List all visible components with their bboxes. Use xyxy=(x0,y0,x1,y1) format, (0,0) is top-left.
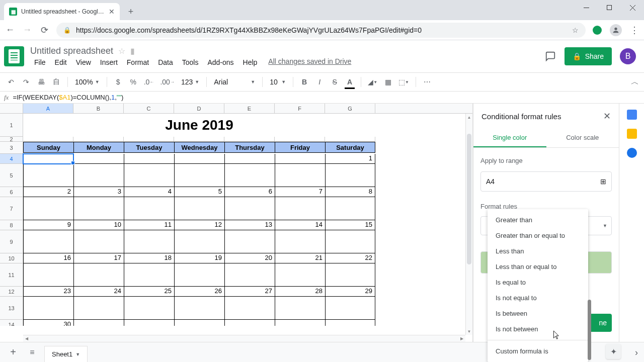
dropdown-item[interactable]: Greater than xyxy=(488,212,588,228)
cell[interactable]: 21 xyxy=(275,253,325,263)
redo-icon[interactable]: ↷ xyxy=(20,75,32,88)
account-avatar[interactable]: B xyxy=(620,48,636,64)
paint-format-icon[interactable]: ⾃ xyxy=(50,75,62,88)
fill-color-icon[interactable]: ◢▼ xyxy=(366,75,379,88)
star-icon[interactable]: ☆ xyxy=(572,26,579,34)
menu-insert[interactable]: Insert xyxy=(96,57,122,67)
column-header[interactable]: B xyxy=(73,104,124,113)
cell[interactable]: 8 xyxy=(325,187,375,197)
calendar-addon-icon[interactable] xyxy=(627,110,637,120)
spreadsheet-grid[interactable]: A B C D E F G 1 June 2019 2 3 Sunday Mon… xyxy=(0,104,473,342)
share-button[interactable]: 🔒 Share xyxy=(565,47,612,65)
cell[interactable] xyxy=(73,154,124,164)
collapse-toolbar-icon[interactable]: ︿ xyxy=(631,77,639,87)
cell[interactable]: 18 xyxy=(124,253,174,263)
row-header[interactable]: 14 xyxy=(0,320,23,326)
menu-file[interactable]: File xyxy=(30,57,50,67)
row-header[interactable]: 4 xyxy=(0,154,23,164)
cell[interactable]: 5 xyxy=(174,187,224,197)
cell[interactable]: 15 xyxy=(325,220,375,230)
comments-icon[interactable] xyxy=(544,50,556,62)
url-input[interactable]: 🔒 https://docs.google.com/spreadsheets/d… xyxy=(56,23,586,38)
print-icon[interactable]: 🖶 xyxy=(35,75,47,88)
back-button[interactable]: ← xyxy=(5,25,15,35)
row-header[interactable]: 6 xyxy=(0,187,23,197)
currency-icon[interactable]: $ xyxy=(112,75,124,88)
cell[interactable]: 20 xyxy=(224,253,275,263)
column-header[interactable]: E xyxy=(224,104,275,113)
row-header[interactable]: 10 xyxy=(0,253,23,263)
cell[interactable]: 6 xyxy=(224,187,275,197)
column-header[interactable]: A xyxy=(23,104,73,113)
add-sheet-button[interactable]: + xyxy=(6,345,20,359)
tasks-addon-icon[interactable] xyxy=(627,148,637,158)
formula-bar[interactable]: fx =IF(WEEKDAY($A1)=COLUMN(),1,"") xyxy=(0,92,644,104)
cell[interactable]: 17 xyxy=(73,253,124,263)
dropdown-item[interactable]: Less than or equal to xyxy=(488,259,588,275)
merge-cells-icon[interactable]: ⬚▼ xyxy=(397,75,411,88)
dropdown-scrollbar[interactable] xyxy=(588,300,591,360)
sheets-logo[interactable] xyxy=(4,46,24,66)
sheet-tab[interactable]: Sheet1 ▼ xyxy=(44,346,88,362)
menu-tools[interactable]: Tools xyxy=(178,57,203,67)
cell[interactable]: 22 xyxy=(325,253,375,263)
column-header[interactable]: G xyxy=(325,104,375,113)
row-header[interactable]: 13 xyxy=(0,297,23,320)
row-header[interactable]: 7 xyxy=(0,197,23,220)
cell[interactable]: 23 xyxy=(23,287,73,297)
cell[interactable]: 3 xyxy=(73,187,124,197)
more-toolbar-icon[interactable]: ⋯ xyxy=(421,75,433,88)
cell[interactable] xyxy=(224,154,275,164)
maximize-button[interactable] xyxy=(598,0,621,15)
row-header[interactable]: 3 xyxy=(0,142,23,154)
italic-icon[interactable]: I xyxy=(313,75,326,88)
more-formats-select[interactable]: 123▼ xyxy=(179,78,201,86)
cell[interactable]: 9 xyxy=(23,220,73,230)
cell[interactable]: 11 xyxy=(124,220,174,230)
row-header[interactable]: 12 xyxy=(0,287,23,297)
forward-button[interactable]: → xyxy=(22,25,32,35)
close-window-button[interactable] xyxy=(621,0,644,15)
row-header[interactable]: 8 xyxy=(0,220,23,230)
menu-format[interactable]: Format xyxy=(123,57,153,67)
cell[interactable]: 28 xyxy=(275,287,325,297)
sheet-tab-menu-icon[interactable]: ▼ xyxy=(75,352,80,357)
cell[interactable]: 25 xyxy=(124,287,174,297)
dropdown-item[interactable]: Is equal to xyxy=(488,275,588,290)
browser-tab[interactable]: ▦ Untitled spreadsheet - Google S ✕ xyxy=(4,3,120,20)
vertical-scrollbar[interactable]: ▲ ▼ xyxy=(465,114,472,335)
menu-data[interactable]: Data xyxy=(154,57,177,67)
day-header[interactable]: Thursday xyxy=(224,142,275,153)
row-header[interactable]: 9 xyxy=(0,230,23,253)
cell[interactable] xyxy=(174,154,224,164)
save-status[interactable]: All changes saved in Drive xyxy=(268,57,351,67)
minimize-button[interactable] xyxy=(575,0,598,15)
menu-edit[interactable]: Edit xyxy=(51,57,71,67)
text-color-icon[interactable]: A xyxy=(344,75,356,88)
row-header[interactable]: 11 xyxy=(0,263,23,287)
select-range-icon[interactable]: ⊞ xyxy=(600,177,606,186)
day-header[interactable]: Wednesday xyxy=(174,142,224,153)
close-panel-icon[interactable]: ✕ xyxy=(603,111,611,122)
cell[interactable]: 29 xyxy=(325,287,375,297)
zoom-select[interactable]: 100%▼ xyxy=(73,78,102,86)
cell[interactable]: 2 xyxy=(23,187,73,197)
reload-button[interactable]: ⟳ xyxy=(39,25,49,36)
calendar-title[interactable]: June 2019 xyxy=(23,114,375,137)
move-folder-icon[interactable]: ▮ xyxy=(130,46,135,56)
dropdown-item[interactable]: Is not between xyxy=(488,321,588,337)
dropdown-item[interactable]: Is between xyxy=(488,306,588,321)
new-tab-button[interactable]: + xyxy=(124,5,138,19)
column-header[interactable]: D xyxy=(174,104,224,113)
dropdown-item[interactable]: Less than xyxy=(488,243,588,259)
cell[interactable]: 27 xyxy=(224,287,275,297)
undo-icon[interactable]: ↶ xyxy=(5,75,17,88)
horizontal-scrollbar[interactable]: ◀ ▶ xyxy=(23,335,465,342)
borders-icon[interactable]: ▦ xyxy=(382,75,394,88)
row-header[interactable]: 1 xyxy=(0,114,23,137)
scroll-up-icon[interactable]: ▲ xyxy=(466,114,472,121)
font-size-select[interactable]: 10▼ xyxy=(268,78,288,86)
hide-side-panel-icon[interactable]: › xyxy=(635,347,638,358)
cell[interactable]: 14 xyxy=(275,220,325,230)
cell[interactable]: 4 xyxy=(124,187,174,197)
